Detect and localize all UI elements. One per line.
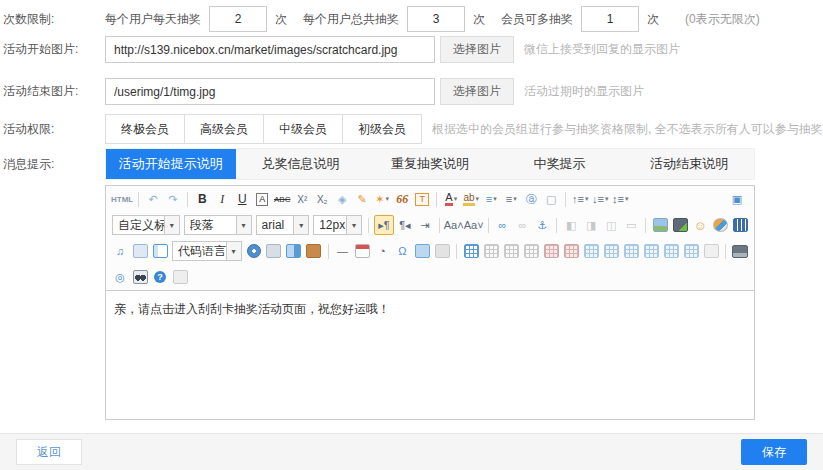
baidu-map-icon[interactable] xyxy=(413,242,431,260)
redo-icon[interactable]: ↷ xyxy=(164,190,182,208)
code-language-select[interactable]: 代码语言▾ xyxy=(172,241,242,261)
strikethrough-icon[interactable]: ABC xyxy=(273,190,291,208)
photo-album-icon[interactable] xyxy=(671,216,689,234)
search-replace-icon[interactable] xyxy=(131,268,149,286)
image-align-right-icon[interactable]: ◨ xyxy=(582,216,600,234)
snapshot-icon[interactable] xyxy=(245,242,263,260)
custom-title-select[interactable]: 自定义标题▾ xyxy=(112,215,180,235)
insert-col-right-icon[interactable] xyxy=(642,242,660,260)
paste-text-icon[interactable]: T xyxy=(413,190,431,208)
indent-icon[interactable]: ⇥ xyxy=(416,216,434,234)
new-doc-icon[interactable]: ▢ xyxy=(542,190,560,208)
font-color-icon[interactable]: A▾ xyxy=(442,190,460,208)
insert-col-icon xyxy=(522,242,540,260)
message-tab-4[interactable]: 活动结束说明 xyxy=(624,149,754,179)
start-image-label: 活动开始图片: xyxy=(3,41,105,58)
format-brush-icon[interactable]: ✎ xyxy=(353,190,371,208)
start-image-input[interactable] xyxy=(105,36,435,63)
back-button[interactable]: 返回 xyxy=(16,439,82,465)
paragraph-spacing-before-icon[interactable]: ↑≡▾ xyxy=(571,190,589,208)
auto-typeset-icon[interactable]: ✶▾ xyxy=(373,190,391,208)
anchor-style-icon[interactable]: ⓐ xyxy=(522,190,540,208)
paragraph-spacing-after-icon[interactable]: ↓≡▾ xyxy=(591,190,609,208)
word-image-icon[interactable] xyxy=(305,242,323,260)
insert-frame-icon[interactable] xyxy=(151,242,169,260)
bordered-text-icon[interactable]: A xyxy=(253,190,271,208)
member-group-option-1[interactable]: 高级会员 xyxy=(185,115,264,143)
lowercase-icon[interactable]: Aa˅ xyxy=(465,216,483,234)
unordered-list-icon[interactable]: ≡▾ xyxy=(502,190,520,208)
delete-col-icon[interactable] xyxy=(682,242,700,260)
scrawl-icon[interactable] xyxy=(711,216,729,234)
insert-music-icon[interactable]: ♫ xyxy=(111,242,129,260)
end-image-pick-button[interactable]: 选择图片 xyxy=(440,78,514,105)
unlink-icon[interactable]: ∞ xyxy=(513,216,531,234)
font-size-select[interactable]: 12px▾ xyxy=(313,215,362,235)
insert-video-icon[interactable] xyxy=(731,216,749,234)
paragraph-format-select[interactable]: 段落▾ xyxy=(184,215,252,235)
page-break-icon[interactable] xyxy=(265,242,283,260)
help-icon[interactable] xyxy=(151,268,169,286)
attachment-icon[interactable] xyxy=(131,242,149,260)
toolbar-separator xyxy=(456,244,457,259)
message-tab-0[interactable]: 活动开始提示说明 xyxy=(106,149,236,179)
bold-icon[interactable]: B xyxy=(193,190,211,208)
merge-cells-icon xyxy=(542,242,560,260)
save-button[interactable]: 保存 xyxy=(741,439,807,465)
rtl-paragraph-icon[interactable]: ¶◂ xyxy=(396,216,414,234)
message-tab-3[interactable]: 中奖提示 xyxy=(495,149,625,179)
preview-icon[interactable]: ◎ xyxy=(111,268,129,286)
font-family-select[interactable]: arial▾ xyxy=(256,215,310,235)
delete-row-icon[interactable] xyxy=(662,242,680,260)
member-group-option-2[interactable]: 中级会员 xyxy=(264,115,343,143)
image-center-icon[interactable]: ◫ xyxy=(602,216,620,234)
html-source-button[interactable]: HTML xyxy=(111,190,133,208)
limits-label: 次数限制: xyxy=(3,11,105,28)
permission-hint: 根据选中的会员组进行参与抽奖资格限制, 全不选表示所有人可以参与抽奖 xyxy=(432,121,823,138)
emoticon-icon[interactable]: ☺ xyxy=(691,216,709,234)
member-group-option-0[interactable]: 终极会员 xyxy=(106,115,185,143)
message-tabs-row: 消息提示: 活动开始提示说明兑奖信息说明重复抽奖说明中奖提示活动结束说明 xyxy=(3,148,823,180)
message-tab-1[interactable]: 兑奖信息说明 xyxy=(236,149,366,179)
date-icon[interactable] xyxy=(353,242,371,260)
ltr-paragraph-icon[interactable]: ▸¶ xyxy=(374,215,394,235)
start-image-pick-button[interactable]: 选择图片 xyxy=(440,36,514,63)
superscript-icon[interactable]: X² xyxy=(293,190,311,208)
table-source-icon xyxy=(702,242,720,260)
insert-row-below-icon[interactable] xyxy=(602,242,620,260)
line-height-icon[interactable]: ↕≡▾ xyxy=(611,190,629,208)
total-input[interactable] xyxy=(407,6,465,32)
image-block-icon[interactable]: ▭ xyxy=(622,216,640,234)
italic-icon[interactable]: I xyxy=(213,190,231,208)
member-extra-label: 会员可多抽奖 xyxy=(501,11,573,28)
blockquote-icon[interactable]: 66 xyxy=(393,190,411,208)
print-icon[interactable] xyxy=(731,242,749,260)
insert-table-icon[interactable] xyxy=(462,242,480,260)
uppercase-icon[interactable]: Aa˄ xyxy=(445,216,463,234)
image-align-left-icon[interactable]: ◧ xyxy=(562,216,580,234)
ordered-list-icon[interactable]: ≡▾ xyxy=(482,190,500,208)
insert-row-above-icon[interactable] xyxy=(582,242,600,260)
horizontal-rule-icon[interactable]: — xyxy=(333,242,351,260)
start-image-hint: 微信上接受到回复的显示图片 xyxy=(524,41,680,58)
special-char-icon[interactable]: Ω xyxy=(393,242,411,260)
fullscreen-icon[interactable]: ▣ xyxy=(728,190,746,208)
subscript-icon[interactable]: X₂ xyxy=(313,190,331,208)
member-group-option-3[interactable]: 初级会员 xyxy=(343,115,421,143)
link-icon[interactable]: ∞ xyxy=(493,216,511,234)
template-icon[interactable] xyxy=(285,242,303,260)
insert-picture-icon[interactable] xyxy=(651,216,669,234)
insert-row-icon xyxy=(502,242,520,260)
end-image-input[interactable] xyxy=(105,78,435,105)
underline-icon[interactable]: U xyxy=(233,190,251,208)
eraser-icon[interactable]: ◈ xyxy=(333,190,351,208)
member-extra-input[interactable] xyxy=(581,6,639,32)
undo-icon[interactable]: ↶ xyxy=(144,190,162,208)
editor-content[interactable]: 亲，请点击进入刮刮卡抽奖活动页面，祝您好运哦！ xyxy=(106,290,754,419)
per-day-input[interactable] xyxy=(209,6,267,32)
anchor-icon[interactable]: ⚓ xyxy=(533,216,551,234)
time-icon[interactable]: ◔ xyxy=(373,242,391,260)
background-color-icon[interactable]: ab▾ xyxy=(462,190,480,208)
message-tab-2[interactable]: 重复抽奖说明 xyxy=(365,149,495,179)
insert-col-left-icon[interactable] xyxy=(622,242,640,260)
